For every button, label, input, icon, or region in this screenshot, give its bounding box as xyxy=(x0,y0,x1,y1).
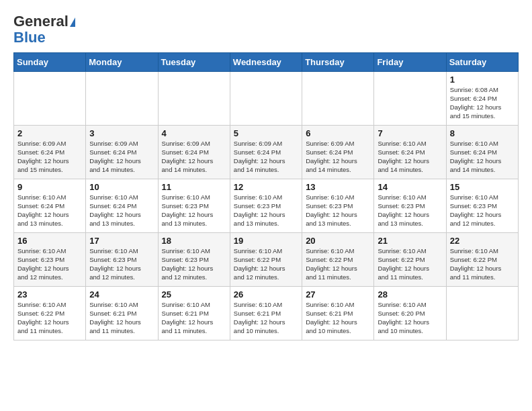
cell-info: Sunrise: 6:09 AM Sunset: 6:24 PM Dayligh… xyxy=(306,140,370,174)
calendar-cell: 16Sunrise: 6:10 AM Sunset: 6:23 PM Dayli… xyxy=(14,233,86,287)
logo: General Blue xyxy=(13,13,75,46)
weekday-header-wednesday: Wednesday xyxy=(230,53,302,72)
cell-info: Sunrise: 6:09 AM Sunset: 6:24 PM Dayligh… xyxy=(17,140,82,174)
calendar-cell: 13Sunrise: 6:10 AM Sunset: 6:23 PM Dayli… xyxy=(302,179,374,233)
day-number: 2 xyxy=(17,128,82,138)
day-number: 4 xyxy=(162,128,226,138)
weekday-header-tuesday: Tuesday xyxy=(158,53,230,72)
calendar-cell: 4Sunrise: 6:09 AM Sunset: 6:24 PM Daylig… xyxy=(158,126,230,179)
weekday-header-saturday: Saturday xyxy=(446,53,518,72)
calendar-cell: 17Sunrise: 6:10 AM Sunset: 6:23 PM Dayli… xyxy=(86,233,158,287)
calendar-cell: 26Sunrise: 6:10 AM Sunset: 6:21 PM Dayli… xyxy=(230,287,302,340)
day-number: 19 xyxy=(234,236,298,246)
day-number: 5 xyxy=(234,128,298,138)
cell-info: Sunrise: 6:10 AM Sunset: 6:22 PM Dayligh… xyxy=(234,247,298,281)
calendar-cell xyxy=(158,72,230,126)
calendar-cell: 20Sunrise: 6:10 AM Sunset: 6:22 PM Dayli… xyxy=(302,233,374,287)
calendar-week-row: 23Sunrise: 6:10 AM Sunset: 6:22 PM Dayli… xyxy=(14,287,519,340)
cell-info: Sunrise: 6:10 AM Sunset: 6:23 PM Dayligh… xyxy=(162,247,226,281)
logo-text: General Blue xyxy=(13,13,75,46)
day-number: 22 xyxy=(450,236,515,246)
cell-info: Sunrise: 6:10 AM Sunset: 6:23 PM Dayligh… xyxy=(450,193,515,228)
cell-info: Sunrise: 6:10 AM Sunset: 6:24 PM Dayligh… xyxy=(17,193,82,228)
calendar-cell: 1Sunrise: 6:08 AM Sunset: 6:24 PM Daylig… xyxy=(446,72,518,126)
day-number: 8 xyxy=(450,128,515,138)
cell-info: Sunrise: 6:10 AM Sunset: 6:21 PM Dayligh… xyxy=(89,301,154,335)
cell-info: Sunrise: 6:09 AM Sunset: 6:24 PM Dayligh… xyxy=(234,140,298,174)
cell-info: Sunrise: 6:09 AM Sunset: 6:24 PM Dayligh… xyxy=(89,140,154,174)
day-number: 27 xyxy=(306,289,370,300)
calendar-cell: 28Sunrise: 6:10 AM Sunset: 6:20 PM Dayli… xyxy=(374,287,446,340)
day-number: 1 xyxy=(450,75,515,85)
cell-info: Sunrise: 6:10 AM Sunset: 6:22 PM Dayligh… xyxy=(450,247,515,281)
cell-info: Sunrise: 6:10 AM Sunset: 6:24 PM Dayligh… xyxy=(378,140,442,174)
day-number: 20 xyxy=(306,236,370,246)
calendar-cell: 15Sunrise: 6:10 AM Sunset: 6:23 PM Dayli… xyxy=(446,179,518,233)
cell-info: Sunrise: 6:10 AM Sunset: 6:22 PM Dayligh… xyxy=(306,247,370,281)
cell-info: Sunrise: 6:10 AM Sunset: 6:24 PM Dayligh… xyxy=(450,140,515,174)
calendar-week-row: 1Sunrise: 6:08 AM Sunset: 6:24 PM Daylig… xyxy=(14,72,519,126)
day-number: 14 xyxy=(378,182,442,192)
cell-info: Sunrise: 6:10 AM Sunset: 6:23 PM Dayligh… xyxy=(17,247,82,281)
day-number: 10 xyxy=(89,182,154,192)
day-number: 25 xyxy=(162,289,226,300)
calendar-cell: 3Sunrise: 6:09 AM Sunset: 6:24 PM Daylig… xyxy=(86,126,158,179)
calendar-table: SundayMondayTuesdayWednesdayThursdayFrid… xyxy=(13,52,519,340)
cell-info: Sunrise: 6:10 AM Sunset: 6:23 PM Dayligh… xyxy=(234,193,298,228)
weekday-header-monday: Monday xyxy=(86,53,158,72)
cell-info: Sunrise: 6:10 AM Sunset: 6:21 PM Dayligh… xyxy=(234,301,298,335)
cell-info: Sunrise: 6:09 AM Sunset: 6:24 PM Dayligh… xyxy=(162,140,226,174)
day-number: 24 xyxy=(89,289,154,300)
cell-info: Sunrise: 6:10 AM Sunset: 6:23 PM Dayligh… xyxy=(378,193,442,228)
logo-general: General xyxy=(13,13,69,30)
day-number: 12 xyxy=(234,182,298,192)
cell-info: Sunrise: 6:10 AM Sunset: 6:22 PM Dayligh… xyxy=(17,301,82,335)
weekday-header-sunday: Sunday xyxy=(14,53,86,72)
day-number: 23 xyxy=(17,289,82,300)
calendar-cell: 25Sunrise: 6:10 AM Sunset: 6:21 PM Dayli… xyxy=(158,287,230,340)
day-number: 6 xyxy=(306,128,370,138)
calendar-cell: 9Sunrise: 6:10 AM Sunset: 6:24 PM Daylig… xyxy=(14,179,86,233)
calendar-cell xyxy=(230,72,302,126)
calendar-cell: 19Sunrise: 6:10 AM Sunset: 6:22 PM Dayli… xyxy=(230,233,302,287)
cell-info: Sunrise: 6:10 AM Sunset: 6:21 PM Dayligh… xyxy=(162,301,226,335)
calendar-cell: 12Sunrise: 6:10 AM Sunset: 6:23 PM Dayli… xyxy=(230,179,302,233)
calendar-cell: 27Sunrise: 6:10 AM Sunset: 6:21 PM Dayli… xyxy=(302,287,374,340)
calendar-cell: 23Sunrise: 6:10 AM Sunset: 6:22 PM Dayli… xyxy=(14,287,86,340)
weekday-header-friday: Friday xyxy=(374,53,446,72)
cell-info: Sunrise: 6:10 AM Sunset: 6:23 PM Dayligh… xyxy=(162,193,226,228)
cell-info: Sunrise: 6:08 AM Sunset: 6:24 PM Dayligh… xyxy=(450,86,515,120)
day-number: 16 xyxy=(17,236,82,246)
calendar-week-row: 9Sunrise: 6:10 AM Sunset: 6:24 PM Daylig… xyxy=(14,179,519,233)
day-number: 11 xyxy=(162,182,226,192)
calendar-cell: 8Sunrise: 6:10 AM Sunset: 6:24 PM Daylig… xyxy=(446,126,518,179)
calendar-cell: 10Sunrise: 6:10 AM Sunset: 6:24 PM Dayli… xyxy=(86,179,158,233)
calendar-week-row: 16Sunrise: 6:10 AM Sunset: 6:23 PM Dayli… xyxy=(14,233,519,287)
calendar-cell xyxy=(446,287,518,340)
calendar-cell: 24Sunrise: 6:10 AM Sunset: 6:21 PM Dayli… xyxy=(86,287,158,340)
calendar-cell xyxy=(86,72,158,126)
calendar-cell xyxy=(374,72,446,126)
day-number: 26 xyxy=(234,289,298,300)
calendar-cell xyxy=(14,72,86,126)
calendar-cell: 22Sunrise: 6:10 AM Sunset: 6:22 PM Dayli… xyxy=(446,233,518,287)
day-number: 21 xyxy=(378,236,442,246)
calendar-cell: 14Sunrise: 6:10 AM Sunset: 6:23 PM Dayli… xyxy=(374,179,446,233)
cell-info: Sunrise: 6:10 AM Sunset: 6:21 PM Dayligh… xyxy=(306,301,370,335)
day-number: 7 xyxy=(378,128,442,138)
logo-blue: Blue xyxy=(13,29,46,46)
cell-info: Sunrise: 6:10 AM Sunset: 6:22 PM Dayligh… xyxy=(378,247,442,281)
cell-info: Sunrise: 6:10 AM Sunset: 6:24 PM Dayligh… xyxy=(89,193,154,228)
calendar-cell: 21Sunrise: 6:10 AM Sunset: 6:22 PM Dayli… xyxy=(374,233,446,287)
day-number: 18 xyxy=(162,236,226,246)
cell-info: Sunrise: 6:10 AM Sunset: 6:23 PM Dayligh… xyxy=(89,247,154,281)
logo-triangle-icon xyxy=(70,17,75,27)
calendar-cell: 5Sunrise: 6:09 AM Sunset: 6:24 PM Daylig… xyxy=(230,126,302,179)
calendar-cell: 11Sunrise: 6:10 AM Sunset: 6:23 PM Dayli… xyxy=(158,179,230,233)
day-number: 13 xyxy=(306,182,370,192)
day-number: 3 xyxy=(89,128,154,138)
cell-info: Sunrise: 6:10 AM Sunset: 6:23 PM Dayligh… xyxy=(306,193,370,228)
day-number: 9 xyxy=(17,182,82,192)
calendar-cell xyxy=(302,72,374,126)
day-number: 28 xyxy=(378,289,442,300)
